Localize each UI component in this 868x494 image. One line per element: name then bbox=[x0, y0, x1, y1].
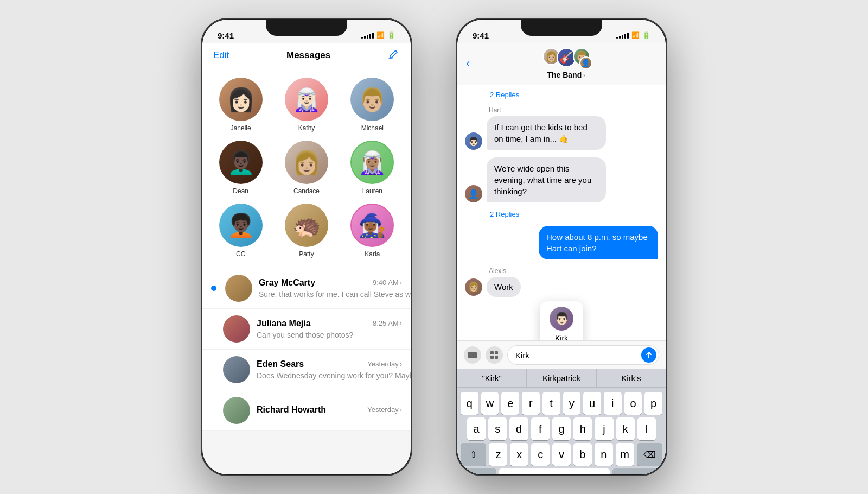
status-time-right: 9:41 bbox=[473, 31, 489, 40]
pinned-contact-lauren[interactable]: 🧝🏽‍♀️ Lauren bbox=[340, 136, 405, 199]
pinned-contact-janelle[interactable]: 👩🏻 Janelle bbox=[208, 73, 273, 136]
key-t[interactable]: t bbox=[542, 392, 560, 415]
key-s[interactable]: s bbox=[488, 417, 507, 440]
status-icons: 📶 🔋 bbox=[361, 31, 395, 39]
message-time-richard: Yesterday › bbox=[367, 406, 402, 414]
send-button[interactable] bbox=[641, 347, 656, 363]
contact-name-candace: Candace bbox=[293, 187, 320, 195]
message-time-gray: 9:40 AM › bbox=[373, 278, 402, 287]
keyboard-row-1: q w e r t y u i o p bbox=[461, 392, 662, 415]
pinned-contact-patty[interactable]: 🦔 Patty bbox=[273, 199, 339, 262]
avatar-gray bbox=[225, 275, 252, 302]
key-z[interactable]: z bbox=[489, 443, 507, 466]
pinned-contact-karla[interactable]: 🧙🏾‍♀️ Karla bbox=[340, 199, 405, 262]
autocomplete-kirk-quoted[interactable]: "Kirk" bbox=[457, 369, 527, 387]
signal-icon bbox=[361, 32, 374, 39]
key-g[interactable]: g bbox=[552, 417, 571, 440]
key-r[interactable]: r bbox=[522, 392, 540, 415]
key-f[interactable]: f bbox=[531, 417, 550, 440]
conversation-item-juliana[interactable]: Juliana Mejia 8:25 AM › Can you send tho… bbox=[202, 309, 411, 350]
mention-name: Kirk bbox=[555, 334, 568, 340]
key-o[interactable]: o bbox=[624, 392, 642, 415]
key-i[interactable]: i bbox=[604, 392, 622, 415]
key-l[interactable]: l bbox=[637, 417, 656, 440]
message-incoming-2: 👤 We're wide open this evening, what tim… bbox=[465, 157, 658, 202]
key-d[interactable]: d bbox=[509, 417, 528, 440]
space-key[interactable]: space bbox=[499, 468, 610, 474]
key-y[interactable]: y bbox=[563, 392, 581, 415]
phone-messages: 9:41 📶 🔋 Edit Messages bbox=[201, 18, 412, 476]
svg-rect-3 bbox=[495, 356, 498, 359]
notch bbox=[266, 20, 347, 36]
key-c[interactable]: c bbox=[531, 443, 550, 466]
key-b[interactable]: b bbox=[573, 443, 592, 466]
signal-icon-right bbox=[616, 32, 629, 39]
avatar-lauren-emoji: 🧝🏽‍♀️ bbox=[358, 149, 386, 176]
key-j[interactable]: j bbox=[595, 417, 613, 440]
key-e[interactable]: e bbox=[501, 392, 519, 415]
shift-key[interactable]: ⇧ bbox=[461, 443, 486, 466]
group-chevron: › bbox=[583, 71, 585, 79]
edit-button[interactable]: Edit bbox=[213, 50, 229, 61]
key-m[interactable]: m bbox=[616, 443, 634, 466]
key-q[interactable]: q bbox=[461, 392, 478, 415]
keyboard-row-4: 123 space return bbox=[461, 468, 662, 474]
avatar-janelle-emoji: 👩🏻 bbox=[227, 86, 255, 113]
group-header[interactable]: 👩🏼 🎸 👨🏼 👤 The Band › bbox=[475, 48, 657, 79]
contact-name-karla: Karla bbox=[365, 250, 380, 258]
camera-icon[interactable] bbox=[464, 346, 481, 364]
battery-icon-right: 🔋 bbox=[642, 31, 650, 39]
svg-rect-2 bbox=[490, 356, 494, 359]
mention-popup[interactable]: 👨🏻 Kirk bbox=[540, 301, 583, 340]
nav-bar: Edit Messages bbox=[202, 43, 411, 68]
numbers-key[interactable]: 123 bbox=[461, 468, 496, 474]
message-content-juliana: Juliana Mejia 8:25 AM › Can you send tho… bbox=[257, 319, 402, 340]
autocomplete-kirks[interactable]: Kirk's bbox=[597, 369, 666, 387]
avatar-kathy-emoji: 🧝🏻‍♀️ bbox=[292, 86, 321, 113]
contact-name-dean: Dean bbox=[233, 187, 248, 195]
sender-name-gray: Gray McCarty bbox=[259, 278, 315, 288]
replies-label-2[interactable]: 2 Replies bbox=[465, 210, 658, 218]
keyboard: q w e r t y u i o p a s d f g bbox=[457, 388, 666, 474]
notch-right bbox=[521, 20, 602, 36]
key-x[interactable]: x bbox=[510, 443, 528, 466]
key-k[interactable]: k bbox=[616, 417, 635, 440]
pinned-contact-dean[interactable]: 👨🏿‍🦱 Dean bbox=[208, 136, 273, 199]
pinned-contact-cc[interactable]: 🧑🏿‍🦱 CC bbox=[208, 199, 273, 262]
contact-name-janelle: Janelle bbox=[231, 124, 251, 132]
svg-rect-0 bbox=[490, 351, 494, 354]
conversation-item-gray[interactable]: Gray McCarty 9:40 AM › Sure, that works … bbox=[202, 268, 411, 309]
key-n[interactable]: n bbox=[595, 443, 613, 466]
avatar-michael-emoji: 👨🏼 bbox=[358, 86, 386, 113]
autocomplete-kirkpatrick[interactable]: Kirkpatrick bbox=[527, 369, 596, 387]
conversation-item-richard[interactable]: Richard Howarth Yesterday › bbox=[202, 390, 411, 431]
key-a[interactable]: a bbox=[467, 417, 486, 440]
sender-label-hart: Hart bbox=[465, 106, 658, 114]
key-v[interactable]: v bbox=[552, 443, 571, 466]
message-input[interactable]: Kirk bbox=[507, 345, 659, 365]
message-time-eden: Yesterday › bbox=[367, 360, 402, 368]
avatar-alexis: 👩🏼 bbox=[465, 278, 482, 296]
key-u[interactable]: u bbox=[583, 392, 601, 415]
phone-imessage: 9:41 📶 🔋 ‹ 👩🏼 🎸 bbox=[456, 18, 667, 476]
conversation-item-eden[interactable]: Eden Sears Yesterday › Does Wednesday ev… bbox=[202, 350, 411, 390]
back-button[interactable]: ‹ bbox=[466, 56, 470, 71]
avatar-richard bbox=[223, 397, 250, 424]
message-content-gray: Gray McCarty 9:40 AM › Sure, that works … bbox=[259, 278, 402, 299]
sender-name-richard: Richard Howarth bbox=[257, 405, 326, 415]
appstore-icon[interactable] bbox=[486, 346, 503, 364]
key-p[interactable]: p bbox=[644, 392, 662, 415]
return-key[interactable]: return bbox=[612, 468, 662, 474]
compose-button[interactable] bbox=[388, 48, 400, 62]
bubble-hart: If I can get the kids to bed on time, I … bbox=[487, 116, 606, 150]
pinned-contact-candace[interactable]: 👩🏼 Candace bbox=[273, 136, 339, 199]
messages-title: Messages bbox=[286, 50, 330, 61]
replies-label-1[interactable]: 2 Replies bbox=[465, 91, 658, 99]
wifi-icon-right: 📶 bbox=[631, 31, 640, 39]
sender-label-alexis: Alexis bbox=[465, 267, 658, 275]
key-w[interactable]: w bbox=[481, 392, 499, 415]
pinned-contact-michael[interactable]: 👨🏼 Michael bbox=[340, 73, 405, 136]
delete-key[interactable]: ⌫ bbox=[637, 443, 662, 466]
key-h[interactable]: h bbox=[573, 417, 592, 440]
pinned-contact-kathy[interactable]: 🧝🏻‍♀️ Kathy bbox=[273, 73, 339, 136]
